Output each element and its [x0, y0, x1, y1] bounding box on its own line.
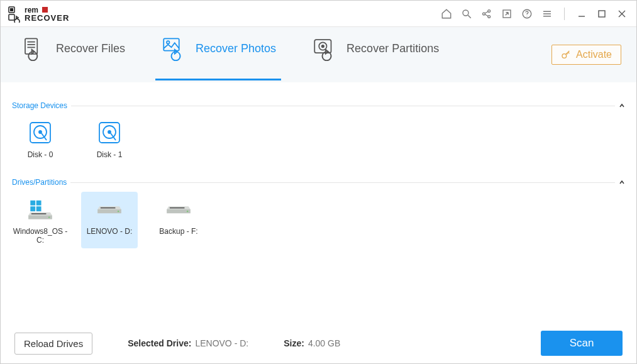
disk-label: Disk - 1 [81, 150, 138, 159]
close-icon[interactable] [616, 8, 628, 19]
tab-recover-photos[interactable]: Recover Photos [155, 29, 281, 80]
size-info: Size: 4.00 GB [284, 338, 340, 348]
svg-point-23 [39, 131, 42, 133]
svg-rect-37 [101, 207, 116, 209]
tab-recover-partitions[interactable]: Recover Partitions [306, 29, 444, 80]
drive-icon [165, 196, 192, 223]
size-label: Size: [284, 338, 304, 348]
export-icon[interactable] [501, 8, 512, 19]
reload-drives-button[interactable]: Reload Drives [14, 333, 92, 355]
section-storage: Storage Devices [12, 101, 625, 110]
svg-rect-29 [30, 206, 35, 211]
drive-item[interactable]: Backup - F: [150, 192, 207, 248]
section-title: Drives/Partitions [12, 178, 67, 187]
photos-icon [160, 35, 187, 62]
disk-item[interactable]: Disk - 1 [81, 115, 138, 163]
svg-point-34 [48, 216, 50, 218]
svg-rect-27 [30, 201, 35, 206]
svg-point-6 [463, 10, 468, 16]
drive-label: LENOVO - D: [81, 227, 138, 236]
svg-point-16 [167, 41, 169, 43]
svg-rect-41 [170, 207, 185, 209]
size-value: 4.00 GB [308, 338, 340, 348]
activate-button[interactable]: Activate [551, 45, 621, 65]
svg-point-19 [322, 45, 324, 48]
drive-label: Backup - F: [150, 227, 207, 236]
divider [71, 106, 615, 106]
drive-label: Windows8_OS - C: [12, 227, 69, 245]
svg-rect-15 [163, 38, 179, 50]
partitions-icon [311, 35, 338, 62]
svg-point-12 [526, 16, 527, 16]
svg-point-26 [108, 131, 111, 133]
divider [70, 182, 615, 183]
collapse-icon[interactable] [619, 179, 625, 185]
selected-drive-label: Selected Drive: [128, 338, 191, 348]
tab-label: Recover Partitions [346, 42, 439, 55]
svg-point-42 [187, 211, 188, 212]
help-icon[interactable] [521, 8, 533, 19]
drive-icon [96, 196, 123, 223]
section-partitions: Drives/Partitions [12, 178, 625, 187]
app-logo: rem RECOVER [8, 5, 84, 23]
disk-icon [96, 119, 123, 146]
svg-text:RECOVER: RECOVER [25, 13, 69, 23]
maximize-icon[interactable] [596, 8, 607, 19]
activate-label: Activate [576, 49, 612, 60]
svg-rect-28 [36, 201, 42, 206]
svg-point-38 [118, 211, 119, 212]
svg-rect-13 [599, 11, 605, 17]
key-icon [561, 50, 571, 60]
share-icon[interactable] [481, 8, 492, 19]
drive-item[interactable]: Windows8_OS - C: [12, 192, 69, 248]
drive-item-selected[interactable]: LENOVO - D: [81, 192, 138, 248]
disk-item[interactable]: Disk - 0 [12, 115, 69, 163]
minimize-icon[interactable] [576, 8, 587, 19]
drive-icon [26, 196, 54, 223]
svg-rect-4 [42, 7, 48, 13]
tab-recover-files[interactable]: Recover Files [16, 29, 130, 80]
svg-rect-2 [9, 14, 14, 20]
tab-label: Recover Photos [196, 42, 276, 55]
selected-drive-value: LENOVO - D: [195, 338, 248, 348]
menu-icon[interactable] [541, 8, 553, 19]
disk-icon [26, 119, 54, 146]
svg-rect-1 [10, 8, 13, 11]
disk-label: Disk - 0 [12, 150, 69, 159]
selected-drive-info: Selected Drive: LENOVO - D: [128, 338, 248, 348]
scan-button[interactable]: Scan [541, 331, 623, 356]
separator [564, 8, 565, 20]
svg-rect-30 [36, 206, 42, 211]
svg-rect-33 [31, 213, 47, 214]
home-icon[interactable] [441, 8, 452, 19]
svg-point-20 [562, 54, 567, 58]
search-icon[interactable] [461, 8, 472, 19]
tab-label: Recover Files [56, 42, 125, 55]
section-title: Storage Devices [12, 101, 67, 110]
collapse-icon[interactable] [619, 102, 625, 109]
files-icon [21, 35, 47, 62]
